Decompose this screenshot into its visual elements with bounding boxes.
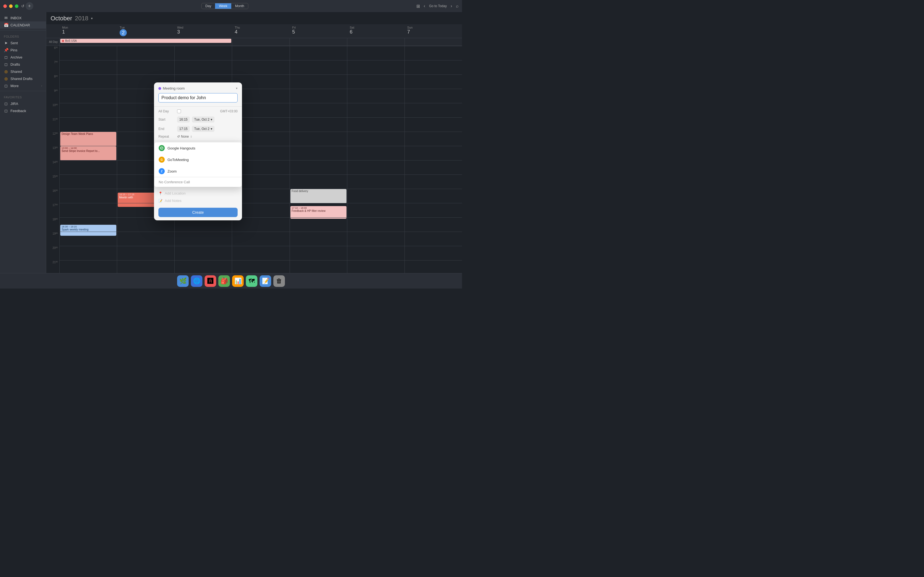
grid-16-sun[interactable]: [404, 189, 462, 203]
grid-8-mon[interactable]: [60, 74, 117, 89]
grid-9-sat[interactable]: [347, 89, 404, 103]
grid-6-mon[interactable]: [60, 46, 117, 60]
sidebar-item-sent[interactable]: ➤ Sent: [0, 39, 46, 47]
grid-21-thu[interactable]: [232, 260, 289, 273]
maximize-button[interactable]: [15, 5, 18, 8]
start-date-button[interactable]: Tue, Oct 2 ▾: [192, 116, 215, 122]
prev-week-button[interactable]: ‹: [423, 2, 426, 10]
grid-15-fri[interactable]: [289, 174, 347, 189]
gotomeeting-option[interactable]: G GoToMeeting: [154, 154, 242, 165]
grid-9-mon[interactable]: [60, 89, 117, 103]
week-view-button[interactable]: Week: [215, 3, 231, 9]
grid-17-sat[interactable]: [347, 203, 404, 218]
grid-8-sat[interactable]: [347, 74, 404, 89]
grid-8-sun[interactable]: [404, 74, 462, 89]
sidebar-item-archive[interactable]: ◻ Archive: [0, 53, 46, 61]
grid-15-sat[interactable]: [347, 174, 404, 189]
grid-11-sat[interactable]: [347, 117, 404, 132]
grid-9-fri[interactable]: [289, 89, 347, 103]
grid-15-sun[interactable]: [404, 174, 462, 189]
grid-19-fri[interactable]: [289, 232, 347, 246]
calendar-icon-button[interactable]: ⊞: [416, 3, 420, 9]
next-week-button[interactable]: ›: [450, 2, 453, 10]
allday-cell-sun[interactable]: [404, 38, 462, 46]
zoom-option[interactable]: Z Zoom: [154, 165, 242, 177]
close-button[interactable]: [3, 5, 7, 8]
grid-11-fri[interactable]: [289, 117, 347, 132]
grid-12-sun[interactable]: [404, 132, 462, 146]
grid-18-sat[interactable]: [347, 218, 404, 232]
grid-6-tue[interactable]: [117, 46, 174, 60]
grid-18-mon[interactable]: 18:30 – 19:15 Spark weekly meeting: [60, 218, 117, 232]
event-design-team[interactable]: Design Team Week Plans: [60, 132, 116, 146]
allday-cell-thu[interactable]: [232, 38, 289, 46]
dock-maps[interactable]: 🗺: [246, 275, 257, 287]
sidebar-item-shared-drafts[interactable]: ◎ Shared Drafts: [0, 75, 46, 82]
grid-11-sun[interactable]: [404, 117, 462, 132]
grid-19-mon[interactable]: [60, 232, 117, 246]
grid-18-sun[interactable]: [404, 218, 462, 232]
grid-11-mon[interactable]: [60, 117, 117, 132]
dock-finder[interactable]: 🌿: [177, 275, 189, 287]
grid-14-mon[interactable]: [60, 160, 117, 174]
grid-19-sat[interactable]: [347, 232, 404, 246]
grid-13-sun[interactable]: [404, 146, 462, 160]
grid-6-fri[interactable]: [289, 46, 347, 60]
grid-19-thu[interactable]: [232, 232, 289, 246]
grid-19-wed[interactable]: [174, 232, 232, 246]
calendar-grid[interactable]: 600 700 800: [46, 46, 462, 273]
grid-17-mon[interactable]: [60, 203, 117, 218]
sidebar-item-shared[interactable]: ◎ Shared: [0, 68, 46, 75]
allday-checkbox[interactable]: [177, 110, 181, 113]
allday-event-bos[interactable]: BoS USA: [60, 39, 231, 43]
grid-20-thu[interactable]: [232, 246, 289, 260]
no-call-option[interactable]: No Conference Call: [154, 177, 242, 187]
start-time-button[interactable]: 16:15: [177, 116, 190, 122]
event-stripe[interactable]: 13:00 – 14:00 Send Stripe Invoice Report…: [60, 146, 116, 160]
grid-14-sun[interactable]: [404, 160, 462, 174]
grid-15-mon[interactable]: [60, 174, 117, 189]
grid-6-sat[interactable]: [347, 46, 404, 60]
grid-6-sun[interactable]: [404, 46, 462, 60]
grid-7-wed[interactable]: [174, 60, 232, 74]
sidebar-item-pins[interactable]: 📌 Pins: [0, 47, 46, 53]
grid-9-sun[interactable]: [404, 89, 462, 103]
dock-trash[interactable]: 🗑: [273, 275, 285, 287]
sidebar-item-calendar[interactable]: 📅 CALENDAR: [0, 21, 46, 29]
grid-12-mon[interactable]: Design Team Week Plans: [60, 132, 117, 146]
event-title-input[interactable]: [158, 93, 237, 103]
grid-20-tue[interactable]: [117, 246, 174, 260]
event-food-delivery[interactable]: Food delivery: [291, 189, 347, 203]
dock-app1[interactable]: 🅰: [205, 275, 216, 287]
grid-14-sat[interactable]: [347, 160, 404, 174]
sidebar-item-more[interactable]: ◻ More ›: [0, 82, 46, 89]
grid-7-fri[interactable]: [289, 60, 347, 74]
day-view-button[interactable]: Day: [202, 3, 215, 9]
grid-16-sat[interactable]: [347, 189, 404, 203]
grid-16-fri[interactable]: Food delivery: [289, 189, 347, 203]
grid-7-sat[interactable]: [347, 60, 404, 74]
grid-19-sun[interactable]: [404, 232, 462, 246]
create-event-button[interactable]: Create: [158, 208, 237, 217]
grid-12-fri[interactable]: [289, 132, 347, 146]
grid-21-mon[interactable]: [60, 260, 117, 273]
grid-10-mon[interactable]: [60, 103, 117, 117]
minimize-button[interactable]: [9, 5, 13, 8]
grid-21-sat[interactable]: [347, 260, 404, 273]
sidebar-item-drafts[interactable]: ◻ Drafts: [0, 61, 46, 68]
add-location-row[interactable]: 📍 Add Location: [154, 190, 242, 197]
dock-safari[interactable]: 🌐: [191, 275, 202, 287]
grid-20-wed[interactable]: [174, 246, 232, 260]
grid-21-fri[interactable]: [289, 260, 347, 273]
grid-20-fri[interactable]: [289, 246, 347, 260]
month-view-button[interactable]: Month: [231, 3, 248, 9]
refresh-button[interactable]: ↺: [21, 4, 24, 8]
grid-13-fri[interactable]: [289, 146, 347, 160]
dock-notes[interactable]: 📝: [260, 275, 271, 287]
grid-10-sat[interactable]: [347, 103, 404, 117]
grid-16-mon[interactable]: [60, 189, 117, 203]
dock-app3[interactable]: 📊: [232, 275, 244, 287]
grid-7-mon[interactable]: [60, 60, 117, 74]
allday-cell-mon[interactable]: BoS USA: [60, 38, 232, 46]
grid-7-tue[interactable]: [117, 60, 174, 74]
